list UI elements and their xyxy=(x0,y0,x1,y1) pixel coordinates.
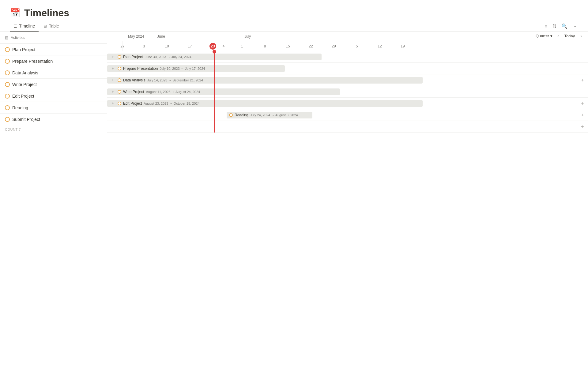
quarter-selector[interactable]: Quarter ▾ xyxy=(534,33,554,39)
dates-row: 27 3 10 17 23 4 1 8 15 22 29 5 12 19 xyxy=(107,41,588,51)
sort-button[interactable]: ⇅ xyxy=(551,22,558,30)
more-icon: ··· xyxy=(572,24,576,29)
list-item[interactable]: Write Project xyxy=(0,79,107,90)
task-bar-name-4: Write Project xyxy=(123,90,144,94)
task-bar-4[interactable]: + Write Project August 11, 2023 → August… xyxy=(107,88,340,95)
add-row-btn-5[interactable]: + xyxy=(579,100,586,107)
gantt-row-2: + Prepare Presentation July 10, 2023 → J… xyxy=(107,63,588,74)
quarter-chevron-icon: ▾ xyxy=(550,34,552,38)
task-bar-circle-3 xyxy=(118,78,121,82)
date-12: 12 xyxy=(374,44,386,48)
task-checkbox-6[interactable] xyxy=(5,105,10,110)
date-5: 5 xyxy=(351,44,363,48)
expand-btn-3[interactable]: + xyxy=(110,77,116,83)
task-name-6: Reading xyxy=(12,105,28,110)
task-bar-name-2: Prepare Presentation xyxy=(123,66,158,71)
expand-btn-1[interactable]: + xyxy=(110,54,116,60)
months-row: May 2024 June July xyxy=(107,32,588,41)
task-bar-dates-5: August 23, 2023 → October 15, 2024 xyxy=(144,102,199,105)
task-checkbox-5[interactable] xyxy=(5,94,10,99)
timeline-tab-icon: ☰ xyxy=(13,24,17,28)
task-bar-circle-5 xyxy=(118,102,121,105)
count-row: COUNT 7 xyxy=(0,125,107,134)
add-row-btn-6[interactable]: + xyxy=(579,112,586,118)
add-row-btn-7[interactable]: + xyxy=(579,124,586,130)
task-name-3: Data Analysis xyxy=(12,70,38,75)
month-june: June xyxy=(155,34,165,39)
filter-button[interactable]: ≡ xyxy=(543,22,549,30)
gantt-row-3: + Data Analysis July 14, 2023 → Septembe… xyxy=(107,74,588,86)
gantt-body: + Plan Project June 30, 2023 → July 24, … xyxy=(107,51,588,133)
date-29-july: 29 xyxy=(328,44,340,48)
page-icon: 📅 xyxy=(10,8,21,18)
timeline-tab-label: Timeline xyxy=(19,24,35,28)
today-line xyxy=(214,51,215,133)
tab-timeline[interactable]: ☰ Timeline xyxy=(10,21,39,32)
expand-btn-5[interactable]: + xyxy=(110,100,116,107)
list-item[interactable]: Plan Project xyxy=(0,44,107,55)
task-bar-3[interactable]: + Data Analysis July 14, 2023 → Septembe… xyxy=(107,77,423,84)
today-button[interactable]: Today xyxy=(562,33,578,39)
task-name-4: Write Project xyxy=(12,82,37,87)
date-4: 4 xyxy=(217,44,230,48)
count-value: 7 xyxy=(19,128,21,131)
list-item[interactable]: Edit Project xyxy=(0,90,107,102)
search-button[interactable]: 🔍 xyxy=(560,22,569,30)
add-row-btn-3[interactable]: + xyxy=(579,77,586,83)
group-header: ▤ Activities xyxy=(0,32,107,44)
timeline-panel: Quarter ▾ ‹ Today › May 2024 June July xyxy=(107,32,588,134)
more-button[interactable]: ··· xyxy=(571,22,578,30)
date-1-july: 1 xyxy=(236,44,248,48)
task-bar-5[interactable]: + Edit Project August 23, 2023 → October… xyxy=(107,100,423,107)
gantt-row-6: Reading July 24, 2024 → August 3, 2024 + xyxy=(107,109,588,121)
expand-btn-4[interactable]: + xyxy=(110,89,116,95)
date-23-today: 23 xyxy=(209,43,216,50)
task-bar-dates-3: July 14, 2023 → September 21, 2024 xyxy=(147,78,203,82)
task-bar-6[interactable]: Reading July 24, 2024 → August 3, 2024 xyxy=(227,112,312,118)
gantt-row-4: + Write Project August 11, 2023 → August… xyxy=(107,86,588,98)
today-dot xyxy=(213,50,216,54)
date-17: 17 xyxy=(184,44,196,48)
task-bar-dates-2: July 10, 2023 → July 17, 2024 xyxy=(160,67,205,70)
task-checkbox-1[interactable] xyxy=(5,47,10,52)
quarter-label: Quarter xyxy=(536,34,549,38)
group-label: Activities xyxy=(11,36,25,40)
task-bar-name-1: Plan Project xyxy=(123,55,143,59)
task-bar-circle-1 xyxy=(118,55,121,59)
page-title: Timelines xyxy=(24,7,69,19)
group-icon: ▤ xyxy=(5,36,8,40)
table-tab-label: Table xyxy=(49,24,59,28)
task-checkbox-7[interactable] xyxy=(5,117,10,122)
task-name-7: Submit Project xyxy=(12,117,40,122)
list-item[interactable]: Submit Project xyxy=(0,114,107,125)
tab-table[interactable]: ⊞ Table xyxy=(40,21,62,32)
task-bar-circle-4 xyxy=(118,90,121,94)
date-15-july: 15 xyxy=(282,44,294,48)
date-8-july: 8 xyxy=(259,44,271,48)
task-bar-dates-6: July 24, 2024 → August 3, 2024 xyxy=(250,113,298,117)
gantt-row-5: + Edit Project August 23, 2023 → October… xyxy=(107,98,588,109)
date-3: 3 xyxy=(138,44,150,48)
sort-icon: ⇅ xyxy=(552,24,556,29)
prev-period-button[interactable]: ‹ xyxy=(556,33,560,39)
next-period-button[interactable]: › xyxy=(579,33,583,39)
task-checkbox-4[interactable] xyxy=(5,82,10,87)
list-item[interactable]: Reading xyxy=(0,102,107,114)
date-19: 19 xyxy=(397,44,409,48)
task-bar-name-3: Data Analysis xyxy=(123,78,145,82)
task-bar-name-6: Reading xyxy=(235,113,248,117)
task-bar-dates-1: June 30, 2023 → July 24, 2024 xyxy=(145,55,191,59)
expand-btn-2[interactable]: + xyxy=(110,66,116,72)
date-10: 10 xyxy=(161,44,173,48)
list-item[interactable]: Data Analysis xyxy=(0,67,107,79)
task-checkbox-2[interactable] xyxy=(5,59,10,64)
month-july: July xyxy=(242,34,251,39)
task-name-2: Prepare Presentation xyxy=(12,59,53,64)
task-checkbox-3[interactable] xyxy=(5,70,10,75)
task-bar-name-5: Edit Project xyxy=(123,101,142,106)
task-bar-2[interactable]: + Prepare Presentation July 10, 2023 → J… xyxy=(107,65,285,72)
task-list-panel: ▤ Activities Plan Project Prepare Presen… xyxy=(0,32,107,134)
date-22-july: 22 xyxy=(305,44,317,48)
task-name-5: Edit Project xyxy=(12,94,34,99)
list-item[interactable]: Prepare Presentation xyxy=(0,55,107,67)
